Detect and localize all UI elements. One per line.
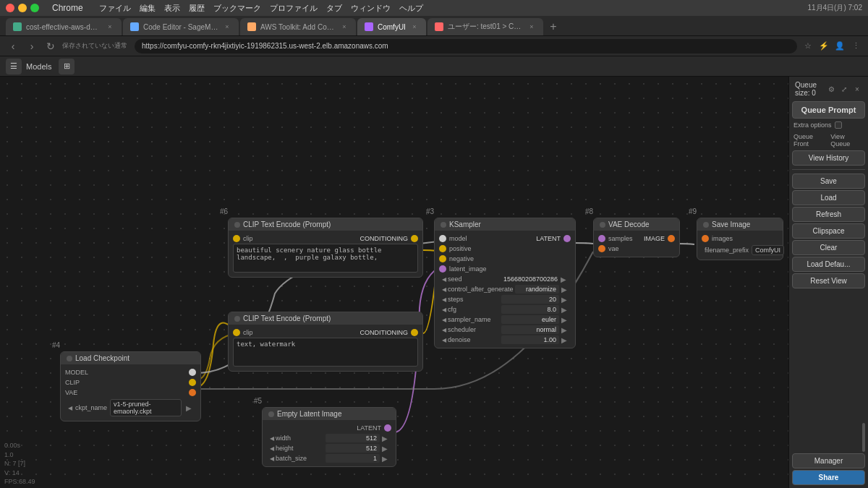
ksampler-seed-row[interactable]: ◀ seed 156680208700286 ▶: [439, 274, 571, 284]
height-arrow-left[interactable]: ◀: [270, 445, 274, 452]
menu-edit[interactable]: 編集: [140, 3, 156, 14]
latent-height-row[interactable]: ◀ height 512 ▶: [267, 443, 391, 453]
bookmark-icon[interactable]: ☆: [801, 40, 814, 53]
ckpt-name-label: ckpt_name: [75, 404, 107, 411]
node-id-6: #6: [220, 207, 228, 215]
tab-close-3[interactable]: ×: [340, 22, 349, 31]
node-title-ksampler: KSampler: [449, 221, 481, 228]
ckpt-btn[interactable]: ▶: [184, 403, 193, 412]
width-arrow-right[interactable]: ▶: [381, 435, 388, 442]
node-body-save: images filename_prefix ComfyUI: [697, 231, 783, 260]
menu-bookmarks[interactable]: ブックマーク: [213, 3, 261, 14]
close-panel-icon[interactable]: ×: [852, 84, 862, 94]
menu-view[interactable]: 表示: [164, 3, 180, 14]
scheduler-arrow-left[interactable]: ◀: [442, 327, 446, 333]
sidebar-toggle-button[interactable]: ☰: [6, 59, 22, 74]
layout-button[interactable]: ⊞: [59, 59, 75, 74]
denoise-arrow-left[interactable]: ◀: [442, 337, 446, 343]
clip2-text[interactable]: text, watermark: [233, 338, 418, 367]
steps-arrow-left[interactable]: ◀: [442, 296, 446, 303]
canvas-area[interactable]: #4 Load Checkpoint MODEL CLIP: [0, 77, 788, 488]
refresh-button[interactable]: Refresh: [792, 207, 865, 222]
close-button[interactable]: [6, 4, 14, 12]
tab-5[interactable]: ユーザー: test01 > ComfyUIu... ×: [427, 18, 543, 35]
ksampler-cfg-row[interactable]: ◀ cfg 8.0 ▶: [439, 304, 571, 314]
port-positive-in: [439, 245, 446, 252]
node-header-vae: VAE Decode: [594, 218, 679, 231]
height-arrow-right[interactable]: ▶: [381, 445, 388, 452]
width-arrow-left[interactable]: ◀: [270, 435, 274, 442]
batch-arrow-right[interactable]: ▶: [381, 455, 388, 462]
menu-help[interactable]: ヘルプ: [399, 3, 423, 14]
menu-file[interactable]: ファイル: [99, 3, 131, 14]
menu-window[interactable]: ウィンドウ: [351, 3, 391, 14]
manager-button[interactable]: Manager: [792, 453, 865, 468]
latent-batch-row[interactable]: ◀ batch_size 1 ▶: [267, 453, 391, 463]
clip1-text[interactable]: beautiful scenery nature glass bottle la…: [233, 244, 418, 273]
queue-front-label[interactable]: Queue Front: [793, 133, 827, 147]
cfg-arrow-left[interactable]: ◀: [442, 307, 446, 313]
ksampler-steps-row[interactable]: ◀ steps 20 ▶: [439, 294, 571, 304]
menu-history[interactable]: 履歴: [189, 3, 205, 14]
tab-close-5[interactable]: ×: [527, 22, 536, 31]
ksampler-scheduler-row[interactable]: ◀ scheduler normal ▶: [439, 325, 571, 335]
view-history-button[interactable]: View History: [792, 150, 865, 166]
minimize-button[interactable]: [18, 4, 27, 12]
settings-panel-icon[interactable]: ⚙: [826, 84, 836, 94]
ksampler-denoise-row[interactable]: ◀ denoise 1.00 ▶: [439, 335, 571, 345]
queue-prompt-button[interactable]: Queue Prompt: [792, 101, 865, 119]
reload-button[interactable]: ↻: [43, 39, 58, 53]
tab-4[interactable]: ComfyUI ×: [357, 18, 426, 35]
forward-button[interactable]: ›: [25, 39, 39, 53]
ksampler-sampler-row[interactable]: ◀ sampler_name euler ▶: [439, 314, 571, 325]
back-button[interactable]: ‹: [6, 39, 20, 53]
tab-2[interactable]: Code Editor - SageMaker Stu... ×: [123, 18, 239, 35]
seed-arrow-right[interactable]: ▶: [559, 275, 568, 283]
ckpt-arrow[interactable]: ◀: [68, 405, 72, 411]
url-input[interactable]: https://comfyu-comfy-rkn4jixtiyic-191986…: [135, 39, 797, 53]
tab-1[interactable]: cost-effective-aws-deploym... ×: [6, 18, 122, 35]
expand-panel-icon[interactable]: ⤢: [839, 84, 849, 94]
tab-close-4[interactable]: ×: [410, 22, 419, 31]
negative-label: negative: [449, 255, 474, 262]
menu-profile[interactable]: プロファイル: [270, 3, 318, 14]
seed-arrow-left[interactable]: ◀: [442, 276, 446, 283]
ksampler-control-row[interactable]: ◀ control_after_generate randomize ▶: [439, 284, 571, 294]
load-default-button[interactable]: Load Defau...: [792, 257, 865, 272]
settings-icon[interactable]: ⋮: [849, 40, 862, 53]
view-queue-label[interactable]: View Queue: [830, 133, 864, 147]
denoise-arrow-right[interactable]: ▶: [561, 336, 568, 343]
cfg-arrow-right[interactable]: ▶: [561, 306, 568, 313]
reset-view-button[interactable]: Reset View: [792, 273, 865, 288]
scheduler-arrow-right[interactable]: ▶: [561, 326, 568, 333]
save-button[interactable]: Save: [792, 174, 865, 189]
extra-options-checkbox[interactable]: [835, 121, 842, 129]
sampler-arrow-left[interactable]: ◀: [442, 317, 446, 323]
maximize-button[interactable]: [30, 4, 39, 12]
tab-3[interactable]: AWS Toolkit: Add Connection... ×: [240, 18, 356, 35]
prefix-label: filename_prefix: [705, 247, 749, 254]
port-model-out: [189, 369, 196, 376]
node-ckpt-row[interactable]: ◀ ckpt_name v1-5-pruned-emaonly.ckpt ▶: [65, 398, 196, 418]
control-arrow-left[interactable]: ◀: [442, 286, 446, 293]
menu-tab[interactable]: タブ: [326, 3, 342, 14]
app-name-area: Chrome: [52, 3, 83, 13]
prefix-value[interactable]: ComfyUI: [752, 245, 784, 255]
load-button[interactable]: Load: [792, 190, 865, 205]
new-tab-button[interactable]: +: [545, 18, 562, 35]
toolbar: ☰ Models ⊞: [0, 56, 868, 77]
tab-close-2[interactable]: ×: [223, 22, 231, 31]
profile-icon[interactable]: 👤: [833, 40, 846, 53]
sampler-arrow-right[interactable]: ▶: [561, 316, 568, 323]
steps-arrow-right[interactable]: ▶: [561, 296, 568, 303]
extensions-icon[interactable]: ⚡: [817, 40, 830, 53]
batch-arrow-left[interactable]: ◀: [270, 455, 274, 462]
save-prefix-row[interactable]: filename_prefix ComfyUI: [702, 244, 778, 257]
control-arrow-right[interactable]: ▶: [561, 286, 568, 293]
ckpt-value[interactable]: v1-5-pruned-emaonly.ckpt: [110, 399, 182, 416]
tab-close-1[interactable]: ×: [106, 22, 114, 31]
share-button[interactable]: Share: [792, 470, 865, 485]
latent-width-row[interactable]: ◀ width 512 ▶: [267, 433, 391, 443]
clear-button[interactable]: Clear: [792, 240, 865, 255]
clipspace-button[interactable]: Clipspace: [792, 223, 865, 239]
